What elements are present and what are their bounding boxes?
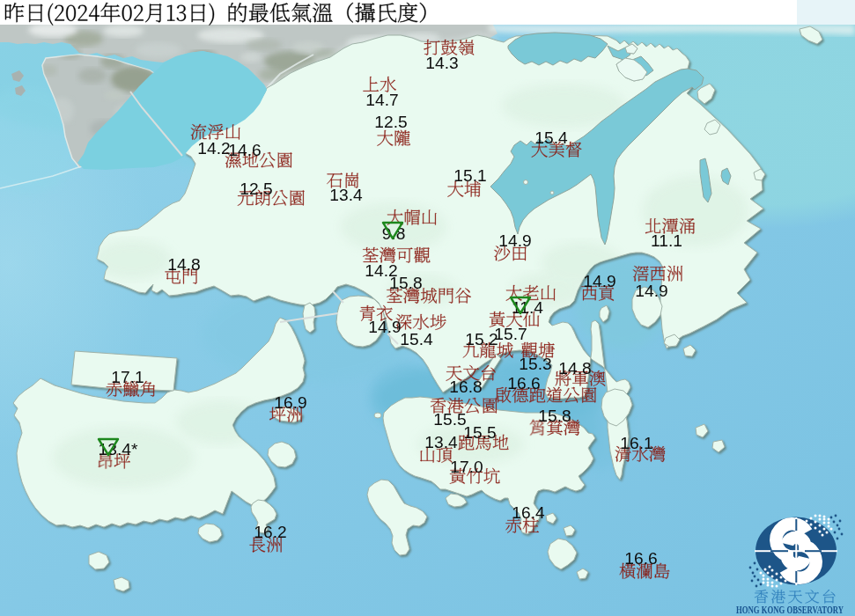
svg-text:14.9: 14.9 [498,231,531,250]
svg-text:15.8: 15.8 [538,407,571,425]
svg-text:16.2: 16.2 [254,523,286,541]
svg-text:13.4: 13.4 [329,186,363,204]
svg-text:15.4: 15.4 [400,330,433,348]
svg-text:15.3: 15.3 [519,355,551,373]
svg-text:HONG KONG OBSERVATORY: HONG KONG OBSERVATORY [736,605,844,615]
svg-text:16.6: 16.6 [507,374,540,392]
svg-text:16.1: 16.1 [620,434,652,452]
svg-text:14.7: 14.7 [365,91,398,109]
svg-text:15.8: 15.8 [389,274,422,292]
svg-text:16.6: 16.6 [624,549,657,568]
svg-text:14.2: 14.2 [197,139,230,158]
svg-text:12.5: 12.5 [374,113,407,131]
svg-text:15.1: 15.1 [453,166,486,185]
svg-text:16.9: 16.9 [274,393,306,412]
svg-text:15.5: 15.5 [433,410,466,429]
svg-text:12.5: 12.5 [240,180,272,198]
svg-text:15.4: 15.4 [534,128,568,147]
svg-text:14.9: 14.9 [368,318,401,336]
svg-text:14.6: 14.6 [228,141,261,159]
svg-text:15.2: 15.2 [465,330,498,348]
svg-text:13.4: 13.4 [424,433,458,451]
svg-text:16.4: 16.4 [512,503,545,522]
svg-text:15.7: 15.7 [494,325,527,343]
svg-text:14.9: 14.9 [583,272,615,290]
svg-text:14.8: 14.8 [558,359,591,378]
svg-text:17.1: 17.1 [111,368,144,386]
svg-text:11.1: 11.1 [651,231,682,250]
svg-text:15.5: 15.5 [463,423,496,442]
svg-text:16.8: 16.8 [449,378,482,396]
svg-text:14.8: 14.8 [167,255,200,274]
svg-text:14.3: 14.3 [425,54,458,72]
svg-text:17.0: 17.0 [450,458,483,476]
svg-text:14.9: 14.9 [635,282,667,300]
